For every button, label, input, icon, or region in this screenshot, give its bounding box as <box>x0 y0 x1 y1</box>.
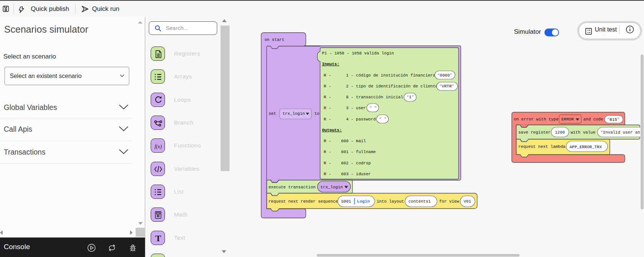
svg-text:and code: and code <box>584 117 603 122</box>
svg-text:with value: with value <box>571 130 596 135</box>
svg-text:ERROR: ERROR <box>561 117 574 122</box>
svg-text:R - 8 - transacción inici: R - 8 - transacción inicial <box>324 95 403 99</box>
svg-text:1200: 1200 <box>555 130 565 135</box>
svg-text:trx_login: trx_login <box>283 111 305 116</box>
svg-text:V01: V01 <box>464 199 471 204</box>
svg-text:R - 2 - tipo de identific: R - 2 - tipo de identificación de client… <box>324 84 438 89</box>
svg-text:request next lambda: request next lambda <box>519 144 566 149</box>
svg-text:execute transaction: execute transaction <box>269 185 316 189</box>
svg-text:R - 1 - código de institu: R - 1 - código de institución financiera <box>324 73 435 78</box>
svg-text:P1 - 1058 - 1058 valida login: P1 - 1058 - 1058 valida login <box>322 51 394 56</box>
svg-text:R - 3 - user: R - 3 - user <box>324 106 366 110</box>
svg-text:set: set <box>269 111 276 116</box>
svg-text:save register: save register <box>519 130 551 135</box>
svg-text:on error with type: on error with type <box>514 117 559 122</box>
svg-text:R - 603 - iduser: R - 603 - iduser <box>324 172 371 176</box>
svg-text:“1”: “1” <box>407 95 414 99</box>
svg-text:“B15”: “B15” <box>607 117 620 122</box>
svg-text:R - 601 - fullname: R - 601 - fullname <box>324 150 376 154</box>
svg-text:“ ”: “ ” <box>379 117 387 122</box>
svg-text:S001: S001 <box>341 199 351 204</box>
svg-text:trx_login: trx_login <box>320 185 343 189</box>
svg-text:contents1: contents1 <box>408 199 431 204</box>
svg-text:Outputs:: Outputs: <box>322 128 342 132</box>
svg-text:on start: on start <box>265 38 284 42</box>
svg-text:APP_ERROR_TRX: APP_ERROR_TRX <box>570 145 602 149</box>
svg-text:for view: for view <box>439 199 459 204</box>
svg-text:R - 600 - mail: R - 600 - mail <box>324 139 366 143</box>
svg-text:“VRTR”: “VRTR” <box>439 84 454 89</box>
svg-text:“Invalid user and: “Invalid user and <box>600 130 642 135</box>
svg-text:“ ”: “ ” <box>369 106 377 110</box>
svg-text:Login: Login <box>357 199 370 204</box>
svg-text:into layout: into layout <box>377 199 404 204</box>
svg-text:“0000”: “0000” <box>437 73 452 78</box>
svg-text:request next render sequence: request next render sequence <box>269 199 338 204</box>
svg-text:R - 602 - codrsp: R - 602 - codrsp <box>324 161 371 165</box>
svg-text:Inputs:: Inputs: <box>322 62 339 66</box>
svg-text:to: to <box>314 111 319 116</box>
svg-text:R - 4 - password: R - 4 - password <box>324 117 376 122</box>
